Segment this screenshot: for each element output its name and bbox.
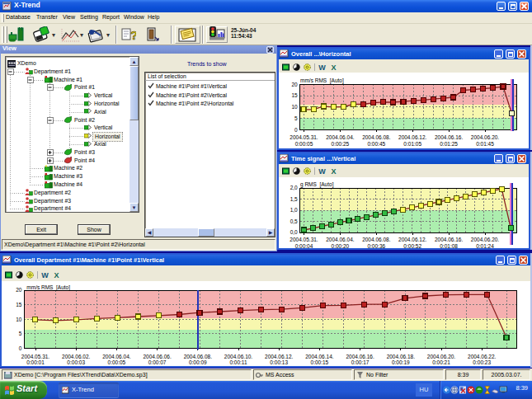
- svg-text:0:01:05: 0:01:05: [403, 141, 421, 147]
- svg-text:2004.05.31.: 2004.05.31.: [290, 134, 318, 140]
- svg-text:0:00:05: 0:00:05: [295, 141, 313, 147]
- svg-text:0:00:36: 0:00:36: [367, 243, 385, 249]
- svg-text:20: 20: [291, 82, 298, 87]
- svg-text:2004.06.20.: 2004.06.20.: [471, 134, 500, 140]
- svg-text:2004.06.20.: 2004.06.20.: [427, 354, 456, 359]
- svg-text:0:01:24: 0:01:24: [476, 243, 494, 249]
- svg-text:X: X: [54, 271, 59, 279]
- svg-text:W: W: [318, 63, 326, 71]
- svg-text:2004.05.31.: 2004.05.31.: [290, 237, 318, 242]
- svg-text:0:01:25: 0:01:25: [440, 141, 458, 147]
- svg-text:0:01:45: 0:01:45: [476, 141, 494, 147]
- svg-text:2004.06.02.: 2004.06.02.: [62, 354, 91, 359]
- svg-text:0:00:20: 0:00:20: [332, 243, 350, 249]
- svg-text:2004.06.06.: 2004.06.06.: [143, 354, 172, 359]
- svg-text:0:00:01: 0:00:01: [26, 359, 45, 365]
- svg-text:mm/s RMS [Auto]: mm/s RMS [Auto]: [300, 77, 344, 84]
- svg-text:0: 0: [19, 345, 22, 351]
- svg-text:20: 20: [16, 287, 22, 293]
- svg-text:0,5: 0,5: [290, 218, 298, 224]
- svg-text:2004.06.08.: 2004.06.08.: [184, 354, 213, 359]
- svg-text:2004.06.12.: 2004.06.12.: [265, 354, 294, 359]
- svg-text:5: 5: [294, 115, 298, 121]
- svg-text:2004.06.16.: 2004.06.16.: [435, 237, 464, 242]
- svg-text:0:00:21: 0:00:21: [432, 359, 450, 365]
- svg-text:2,0: 2,0: [290, 185, 298, 190]
- svg-text:0:01:08: 0:01:08: [440, 243, 458, 249]
- svg-text:2004.06.10.: 2004.06.10.: [224, 354, 253, 359]
- svg-text:2004.06.18.: 2004.06.18.: [387, 354, 416, 359]
- svg-text:2004.06.12.: 2004.06.12.: [398, 134, 427, 140]
- svg-text:1,5: 1,5: [290, 196, 298, 202]
- svg-text:15: 15: [16, 302, 22, 307]
- svg-text:?: ?: [130, 28, 136, 42]
- svg-text:15: 15: [291, 92, 298, 98]
- svg-text:2004.06.22.: 2004.06.22.: [468, 354, 497, 359]
- svg-text:2004.06.16.: 2004.06.16.: [435, 134, 464, 140]
- svg-text:0:00:07: 0:00:07: [148, 359, 167, 365]
- svg-text:1,0: 1,0: [290, 207, 298, 213]
- svg-text:0:00:05: 0:00:05: [108, 359, 126, 365]
- svg-text:2004.06.04.: 2004.06.04.: [326, 134, 355, 140]
- svg-text:2004.06.16.: 2004.06.16.: [346, 354, 374, 359]
- svg-text:0:00:11: 0:00:11: [229, 359, 247, 365]
- svg-text:W: W: [318, 167, 326, 175]
- svg-text:2004.06.20.: 2004.06.20.: [471, 237, 500, 242]
- svg-text:0:00:17: 0:00:17: [351, 359, 370, 365]
- svg-text:g RMS [Auto]: g RMS [Auto]: [300, 181, 334, 188]
- svg-text:2004.06.12.: 2004.06.12.: [398, 237, 427, 242]
- svg-text:10: 10: [16, 317, 22, 322]
- svg-text:2004.05.31.: 2004.05.31.: [21, 354, 50, 359]
- svg-text:2004.06.08.: 2004.06.08.: [362, 134, 391, 140]
- svg-text:0:00:13: 0:00:13: [270, 359, 288, 365]
- svg-text:0:00:03: 0:00:03: [67, 359, 85, 365]
- svg-text:0:00:52: 0:00:52: [403, 243, 421, 249]
- svg-text:W: W: [41, 271, 49, 279]
- svg-text:0:00:15: 0:00:15: [311, 359, 329, 365]
- svg-text:X: X: [331, 167, 336, 175]
- svg-text:0:00:09: 0:00:09: [189, 359, 207, 365]
- svg-text:10: 10: [291, 104, 298, 110]
- svg-text:2004.06.04.: 2004.06.04.: [326, 237, 355, 242]
- svg-text:2004.06.04.: 2004.06.04.: [102, 354, 131, 359]
- svg-text:2004.06.14.: 2004.06.14.: [305, 354, 334, 359]
- svg-text:0:00:19: 0:00:19: [392, 359, 410, 365]
- svg-text:0: 0: [294, 127, 298, 133]
- svg-text:5: 5: [19, 331, 22, 336]
- svg-text:0:00:04: 0:00:04: [295, 243, 313, 249]
- svg-text:0:00:25: 0:00:25: [332, 141, 350, 147]
- svg-text:X: X: [331, 63, 336, 71]
- svg-text:0:00:45: 0:00:45: [367, 141, 385, 147]
- svg-text:0,0: 0,0: [290, 229, 298, 235]
- svg-text:0:00:23: 0:00:23: [473, 359, 491, 365]
- svg-text:2004.06.08.: 2004.06.08.: [362, 237, 391, 242]
